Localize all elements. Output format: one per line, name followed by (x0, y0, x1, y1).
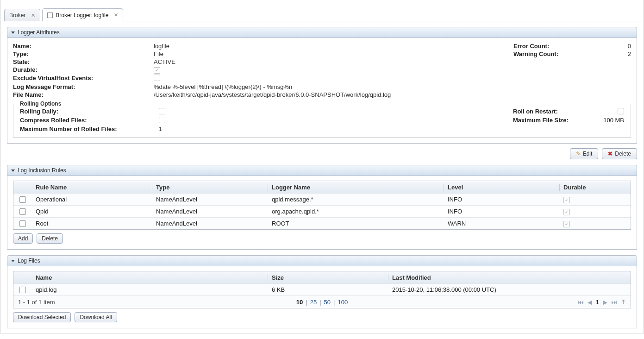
panel-log-inclusion-rules: Log Inclusion Rules Rule Name Type Logge… (7, 165, 637, 250)
rolling-maxrolled-label: Maximum Number of Rolled Files: (20, 126, 159, 132)
row-checkbox[interactable]: ✓ (19, 196, 26, 203)
fieldset-rolling-options: Rolling Options Rolling Daily: ✓ Roll on… (13, 104, 631, 138)
rolling-maxrolled-value: 1 (159, 126, 513, 132)
tab-label: Broker (9, 12, 25, 19)
table-row[interactable]: ✓ Operational NameAndLevel qpid.message.… (13, 193, 631, 205)
cell-type: NameAndLevel (152, 220, 268, 227)
attr-type-label: Type: (13, 50, 152, 57)
cell-level: INFO (444, 196, 560, 203)
grid-header: Rule Name Type Logger Name Level Durable (13, 181, 631, 193)
attr-format-label: Log Message Format: (13, 83, 152, 90)
pencil-icon: ✎ (576, 151, 581, 157)
checkbox-icon: ✓ (154, 75, 160, 81)
row-checkbox[interactable]: ✓ (19, 287, 26, 293)
attr-filename-label: File Name: (13, 91, 152, 98)
attr-state-value: ACTIVE (154, 58, 631, 65)
download-selected-button[interactable]: Download Selected (13, 312, 71, 322)
rolling-daily-value: ✓ (159, 108, 513, 116)
first-page-icon[interactable]: ⏮ (578, 299, 584, 306)
panel-header[interactable]: Logger Attributes (7, 27, 637, 38)
attr-errcount-value: 0 (603, 43, 631, 50)
download-all-button[interactable]: Download All (75, 312, 117, 322)
page-size-option[interactable]: 10 (296, 299, 303, 306)
button-label: Download Selected (18, 314, 66, 320)
checkbox-icon: ✓ (618, 108, 624, 114)
attr-state-label: State: (13, 58, 152, 65)
checkbox-icon: ✓ (563, 197, 570, 203)
attr-type-value: File (154, 50, 512, 57)
edit-button[interactable]: ✎ Edit (570, 148, 599, 159)
attr-warncount-label: Warning Count: (513, 50, 601, 57)
cell-file-name: qpid.log (32, 286, 268, 293)
col-name[interactable]: Name (32, 274, 268, 281)
grid-footer: 1 - 1 of 1 item 10 | 25 | 50 | 100 ⏮ ◀ 1 (13, 295, 631, 308)
cell-logger-name: ROOT (268, 220, 444, 227)
chevron-down-icon (11, 170, 15, 172)
button-label: Edit (583, 151, 593, 157)
cell-file-modified: 2015-10-20, 11:06:38.000 (00:00 UTC) (388, 286, 631, 293)
rolling-maxsize-value: 100 MB (596, 117, 624, 125)
button-label: Download All (80, 314, 112, 320)
cell-level: INFO (444, 208, 560, 215)
attr-exclude-label: Exclude VirtualHost Events: (13, 75, 152, 82)
files-grid: Name Size Last Modified ✓ qpid.log 6 KB … (13, 271, 631, 308)
col-size[interactable]: Size (268, 274, 388, 281)
panel-logger-attributes: Logger Attributes Name: logfile Error Co… (7, 27, 637, 144)
checkbox-icon: ✓ (159, 108, 165, 114)
row-checkbox[interactable]: ✓ (19, 208, 26, 215)
delete-button[interactable]: ✖ Delete (602, 148, 637, 159)
close-icon[interactable]: ✕ (114, 12, 118, 18)
row-checkbox[interactable]: ✓ (19, 220, 26, 227)
rules-grid: Rule Name Type Logger Name Level Durable… (13, 181, 631, 230)
panel-title: Log Files (18, 257, 40, 264)
col-level[interactable]: Level (444, 184, 560, 191)
add-rule-button[interactable]: Add (13, 233, 33, 244)
delete-icon: ✖ (608, 151, 613, 157)
cell-type: NameAndLevel (152, 196, 268, 203)
attr-exclude-value: ✓ (154, 75, 631, 82)
page-size-option[interactable]: 50 (324, 299, 331, 306)
current-page: 1 (596, 299, 599, 306)
col-type[interactable]: Type (152, 184, 268, 191)
delete-rule-button[interactable]: Delete (37, 233, 63, 244)
table-row[interactable]: ✓ Qpid NameAndLevel org.apache.qpid.* IN… (13, 205, 631, 217)
jump-up-icon[interactable]: ⤒ (621, 299, 626, 306)
cell-logger-name: qpid.message.* (268, 196, 444, 203)
col-logger-name[interactable]: Logger Name (268, 184, 444, 191)
col-modified[interactable]: Last Modified (388, 274, 631, 281)
button-label: Delete (615, 151, 631, 157)
prev-page-icon[interactable]: ◀ (588, 299, 592, 306)
attr-filename-value: /Users/keith/src/qpid-java/systests/targ… (154, 91, 631, 98)
page-size-picker: 10 | 25 | 50 | 100 (296, 299, 348, 306)
next-page-icon[interactable]: ▶ (603, 299, 607, 306)
grid-header: Name Size Last Modified (13, 271, 631, 283)
table-row[interactable]: ✓ qpid.log 6 KB 2015-10-20, 11:06:38.000… (13, 283, 631, 295)
panel-title: Log Inclusion Rules (18, 167, 66, 174)
col-durable[interactable]: Durable (560, 184, 631, 191)
table-row[interactable]: ✓ Root NameAndLevel ROOT WARN ✓ (13, 217, 631, 229)
last-page-icon[interactable]: ⏭ (611, 299, 617, 306)
tab-broker-logger[interactable]: Broker Logger: logfile ✕ (42, 8, 123, 21)
cell-logger-name: org.apache.qpid.* (268, 208, 444, 215)
col-rule-name[interactable]: Rule Name (32, 184, 152, 191)
panel-title: Logger Attributes (18, 29, 60, 36)
attr-name-value: logfile (154, 43, 512, 50)
cell-rule-name: Operational (32, 196, 152, 203)
cell-level: WARN (444, 220, 560, 227)
panel-header[interactable]: Log Inclusion Rules (7, 165, 637, 176)
cell-file-size: 6 KB (268, 286, 388, 293)
attr-warncount-value: 2 (603, 50, 631, 57)
cell-rule-name: Root (32, 220, 152, 227)
tab-broker[interactable]: Broker ✕ (4, 9, 40, 21)
page-size-option[interactable]: 25 (310, 299, 317, 306)
checkbox-icon: ✓ (159, 117, 165, 123)
page-size-option[interactable]: 100 (338, 299, 348, 306)
chevron-down-icon (11, 31, 15, 34)
attr-format-value: %date %-5level [%thread] \(%logger{2}\) … (154, 83, 631, 90)
dirty-indicator-icon (47, 13, 53, 18)
rolling-restart-label: Roll on Restart: (513, 108, 596, 116)
close-icon[interactable]: ✕ (31, 13, 35, 19)
panel-header[interactable]: Log Files (7, 255, 637, 266)
footer-summary: 1 - 1 of 1 item (13, 299, 226, 306)
logger-toolbar: ✎ Edit ✖ Delete (7, 148, 637, 159)
